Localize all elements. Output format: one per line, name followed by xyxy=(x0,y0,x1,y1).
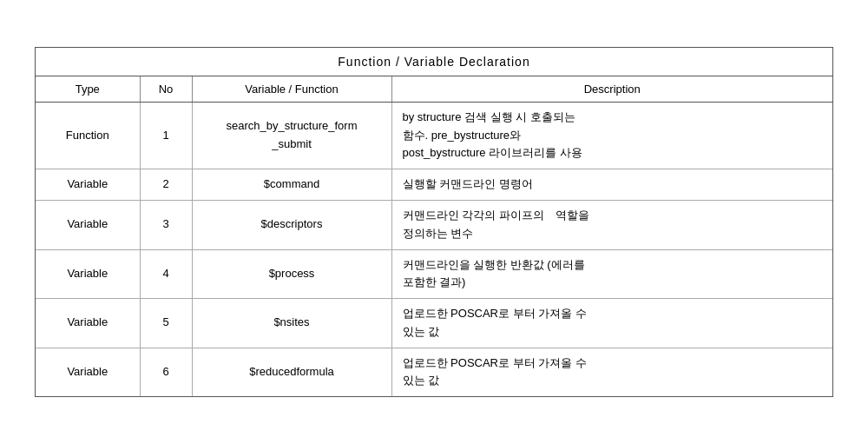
cell-description: 업로드한 POSCAR로 부터 가져올 수 있는 값 xyxy=(391,348,832,396)
table-body: Function1search_by_structure_form _submi… xyxy=(36,102,832,396)
cell-type: Variable xyxy=(36,249,140,299)
table-row: Function1search_by_structure_form _submi… xyxy=(36,102,832,169)
cell-variable: $command xyxy=(192,169,391,201)
table-row: Variable5$nsites업로드한 POSCAR로 부터 가져올 수 있는… xyxy=(36,299,832,348)
cell-no: 6 xyxy=(140,348,192,396)
table-title-row: Function / Variable Declaration xyxy=(36,48,832,76)
cell-description: 커맨드라인 각각의 파이프의 역할을 정의하는 변수 xyxy=(391,200,832,249)
header-no: No xyxy=(140,76,192,102)
cell-variable: search_by_structure_form _submit xyxy=(192,102,391,169)
cell-no: 2 xyxy=(140,169,192,201)
cell-variable: $descriptors xyxy=(192,200,391,249)
cell-type: Function xyxy=(36,102,140,169)
cell-description: 실행할 커맨드라인 명령어 xyxy=(391,169,832,201)
table-row: Variable2$command실행할 커맨드라인 명령어 xyxy=(36,169,832,201)
cell-variable: $process xyxy=(192,249,391,299)
table-row: Variable3$descriptors커맨드라인 각각의 파이프의 역할을 … xyxy=(36,200,832,249)
table-row: Variable6$reducedformula업로드한 POSCAR로 부터 … xyxy=(36,348,832,396)
cell-type: Variable xyxy=(36,169,140,201)
cell-no: 5 xyxy=(140,299,192,348)
cell-variable: $reducedformula xyxy=(192,348,391,396)
cell-type: Variable xyxy=(36,299,140,348)
header-type: Type xyxy=(36,76,140,102)
cell-no: 4 xyxy=(140,249,192,299)
cell-no: 3 xyxy=(140,200,192,249)
table-header-row: Type No Variable / Function Description xyxy=(36,76,832,102)
cell-type: Variable xyxy=(36,348,140,396)
cell-no: 1 xyxy=(140,102,192,169)
header-description: Description xyxy=(391,76,832,102)
table-title: Function / Variable Declaration xyxy=(36,48,832,76)
header-variable: Variable / Function xyxy=(192,76,391,102)
declaration-table: Function / Variable Declaration Type No … xyxy=(35,47,833,398)
cell-type: Variable xyxy=(36,200,140,249)
cell-description: 커맨드라인을 실행한 반환값 (에러를 포함한 결과) xyxy=(391,249,832,299)
cell-variable: $nsites xyxy=(192,299,391,348)
cell-description: 업로드한 POSCAR로 부터 가져올 수 있는 값 xyxy=(391,299,832,348)
table-row: Variable4$process커맨드라인을 실행한 반환값 (에러를 포함한… xyxy=(36,249,832,299)
cell-description: by structure 검색 실행 시 호출되는 함수. pre_bystru… xyxy=(391,102,832,169)
